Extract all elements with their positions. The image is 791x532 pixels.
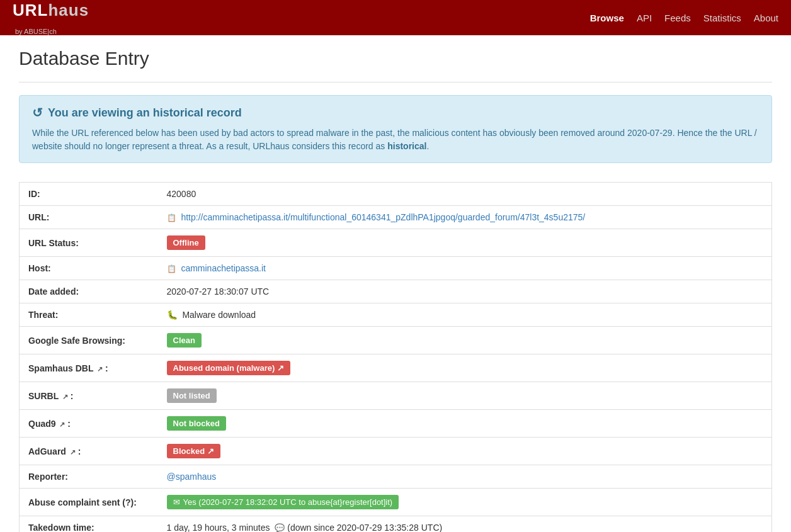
url-status-value: Offline xyxy=(158,229,772,257)
id-label: ID: xyxy=(20,183,158,206)
threat-value: 🐛 Malware download xyxy=(158,303,772,327)
takedown-label: Takedown time: xyxy=(20,516,158,533)
copy-icon: 📋 xyxy=(167,213,176,222)
table-row-reporter: Reporter: @spamhaus xyxy=(20,465,772,489)
surbl-label: SURBL ↗ : xyxy=(20,382,158,410)
table-row-abuse: Abuse complaint sent (?): ✉ Yes (2020-07… xyxy=(20,489,772,516)
table-row-id: ID: 420080 xyxy=(20,183,772,206)
date-added-value: 2020-07-27 18:30:07 UTC xyxy=(158,280,772,303)
adguard-link-icon: ↗ xyxy=(70,448,76,456)
url-status-label: URL Status: xyxy=(20,229,158,257)
table-row-date-added: Date added: 2020-07-27 18:30:07 UTC xyxy=(20,280,772,303)
gsb-badge: Clean xyxy=(167,333,202,348)
adguard-label: AdGuard ↗ : xyxy=(20,438,158,465)
gsb-value: Clean xyxy=(158,327,772,354)
table-row-spamhaus: Spamhaus DBL ↗ : Abused domain (malware)… xyxy=(20,354,772,382)
spamhaus-value: Abused domain (malware) ↗ xyxy=(158,354,772,382)
historical-notice: ↺ You are viewing an historical record W… xyxy=(19,95,772,163)
abuse-value: ✉ Yes (2020-07-27 18:32:02 UTC to abuse{… xyxy=(158,489,772,516)
table-row-url-status: URL Status: Offline xyxy=(20,229,772,257)
historical-notice-title: ↺ You are viewing an historical record xyxy=(32,105,759,120)
host-link[interactable]: camminachetipassa.it xyxy=(181,263,266,273)
copy-icon-host: 📋 xyxy=(167,264,176,273)
url-link[interactable]: http://camminachetipassa.it/multifunctio… xyxy=(181,212,585,222)
reporter-value: @spamhaus xyxy=(158,465,772,489)
data-table: ID: 420080 URL: 📋 http://camminachetipas… xyxy=(19,182,772,532)
reporter-link[interactable]: @spamhaus xyxy=(167,472,217,482)
spamhaus-badge: Abused domain (malware) ↗ xyxy=(167,361,290,375)
adguard-external-link[interactable]: ↗ xyxy=(69,446,78,456)
brand: URLhaus by ABUSE|ch xyxy=(13,1,89,35)
takedown-icon: 💬 xyxy=(275,523,285,532)
adguard-value: Blocked ↗ xyxy=(158,438,772,465)
nav-about[interactable]: About xyxy=(754,13,778,23)
quad9-label: Quad9 ↗ : xyxy=(20,410,158,438)
nav-browse[interactable]: Browse xyxy=(590,13,624,23)
spamhaus-external-link[interactable]: ↗ xyxy=(96,363,105,373)
brand-logo: URLhaus xyxy=(13,1,89,20)
nav-links: Browse API Feeds Statistics About xyxy=(590,13,778,23)
quad9-badge: Not blocked xyxy=(167,416,226,431)
host-value: 📋 camminachetipassa.it xyxy=(158,257,772,280)
quad9-link-icon: ↗ xyxy=(59,421,65,428)
url-value: 📋 http://camminachetipassa.it/multifunct… xyxy=(158,206,772,229)
takedown-value: 1 day, 19 hours, 3 minutes 💬 (down since… xyxy=(158,516,772,533)
external-link-icon: ↗ xyxy=(97,365,103,373)
nav-statistics[interactable]: Statistics xyxy=(703,13,741,23)
abuse-badge: ✉ Yes (2020-07-27 18:32:02 UTC to abuse{… xyxy=(167,495,399,509)
status-badge: Offline xyxy=(167,235,205,250)
table-row-quad9: Quad9 ↗ : Not blocked xyxy=(20,410,772,438)
table-row-surbl: SURBL ↗ : Not listed xyxy=(20,382,772,410)
host-label: Host: xyxy=(20,257,158,280)
mail-icon: ✉ xyxy=(173,497,180,507)
table-row-threat: Threat: 🐛 Malware download xyxy=(20,303,772,327)
navbar: URLhaus by ABUSE|ch Browse API Feeds Sta… xyxy=(0,0,791,35)
surbl-value: Not listed xyxy=(158,382,772,410)
url-label: URL: xyxy=(20,206,158,229)
table-row-url: URL: 📋 http://camminachetipassa.it/multi… xyxy=(20,206,772,229)
spamhaus-label: Spamhaus DBL ↗ : xyxy=(20,354,158,382)
history-icon: ↺ xyxy=(32,105,43,120)
main-content: Database Entry ↺ You are viewing an hist… xyxy=(0,35,791,532)
historical-notice-body: While the URL referenced below has been … xyxy=(32,127,759,153)
reporter-label: Reporter: xyxy=(20,465,158,489)
table-row-host: Host: 📋 camminachetipassa.it xyxy=(20,257,772,280)
adguard-badge: Blocked ↗ xyxy=(167,444,220,458)
brand-abuse-text: by ABUSE|ch xyxy=(15,28,89,35)
quad9-value: Not blocked xyxy=(158,410,772,438)
threat-label: Threat: xyxy=(20,303,158,327)
nav-feeds[interactable]: Feeds xyxy=(664,13,691,23)
date-added-label: Date added: xyxy=(20,280,158,303)
nav-api[interactable]: API xyxy=(637,13,652,23)
table-row-adguard: AdGuard ↗ : Blocked ↗ xyxy=(20,438,772,465)
page-title: Database Entry xyxy=(19,48,772,69)
gsb-label: Google Safe Browsing: xyxy=(20,327,158,354)
surbl-link-icon: ↗ xyxy=(62,393,68,400)
table-row-takedown: Takedown time: 1 day, 19 hours, 3 minute… xyxy=(20,516,772,533)
surbl-external-link[interactable]: ↗ xyxy=(61,391,71,401)
quad9-external-link[interactable]: ↗ xyxy=(58,419,67,429)
id-value: 420080 xyxy=(158,183,772,206)
table-row-gsb: Google Safe Browsing: Clean xyxy=(20,327,772,354)
malware-icon: 🐛 xyxy=(167,310,178,320)
divider xyxy=(19,82,772,82)
abuse-label: Abuse complaint sent (?): xyxy=(20,489,158,516)
surbl-badge: Not listed xyxy=(167,388,217,403)
